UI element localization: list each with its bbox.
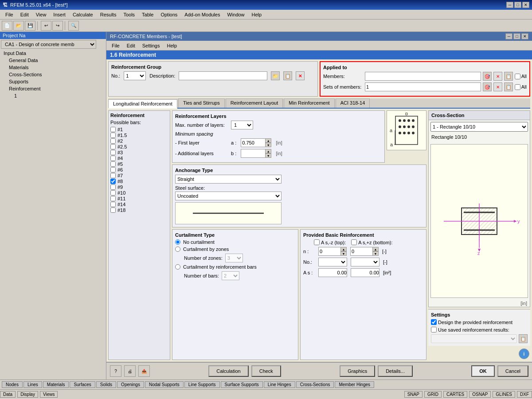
- bottom-display[interactable]: Display: [17, 391, 38, 398]
- menu-edit[interactable]: Edit: [17, 11, 32, 18]
- bar-check-0[interactable]: [110, 127, 116, 132]
- status-tab-line-hinges[interactable]: Line Hinges: [264, 381, 295, 388]
- snap-dxf[interactable]: DXF: [517, 391, 532, 398]
- bar-check-5[interactable]: [110, 156, 116, 161]
- dialog-menu-settings[interactable]: Settings: [139, 42, 164, 49]
- details-button[interactable]: Details...: [378, 365, 413, 377]
- bottom-data[interactable]: Data: [0, 391, 16, 398]
- check-button[interactable]: Check: [251, 365, 281, 377]
- snap-glines[interactable]: GLINES: [493, 391, 515, 398]
- snap-cartes[interactable]: CARTES: [443, 391, 467, 398]
- tree-cross-sections[interactable]: Cross-Sections: [0, 71, 106, 78]
- dialog-close[interactable]: ✕: [521, 33, 528, 39]
- bar-check-10[interactable]: [110, 184, 116, 190]
- redo-button[interactable]: ↪: [52, 21, 63, 31]
- tab-ties[interactable]: Ties and Stirrups: [178, 98, 225, 108]
- delete-btn[interactable]: ✕: [296, 71, 305, 80]
- max-layers-select[interactable]: 1: [231, 121, 253, 129]
- a-input[interactable]: [241, 138, 265, 147]
- sets-table-btn[interactable]: 📋: [504, 82, 513, 91]
- bar-check-7[interactable]: [110, 167, 116, 172]
- print-btn[interactable]: 🖨: [124, 365, 136, 377]
- help-bottom-btn[interactable]: ?: [110, 365, 121, 377]
- snap-grid[interactable]: GRID: [424, 391, 442, 398]
- status-tab-member-hinges[interactable]: Member Hinges: [335, 381, 374, 388]
- design-check[interactable]: [431, 319, 437, 325]
- dialog-menu-file[interactable]: File: [108, 42, 123, 49]
- n-bottom-up[interactable]: ▲: [372, 247, 379, 251]
- tree-general[interactable]: General Data: [0, 57, 106, 64]
- status-tab-cross[interactable]: Cross-Sections: [296, 381, 334, 388]
- n-bottom-down[interactable]: ▼: [372, 251, 379, 256]
- anchorage-select[interactable]: StraightHookLoop: [175, 175, 282, 184]
- export-btn[interactable]: 📤: [138, 365, 150, 377]
- b-input[interactable]: [241, 149, 265, 158]
- n-top-down[interactable]: ▼: [340, 251, 347, 256]
- sets-clear-btn[interactable]: ✕: [493, 82, 502, 91]
- bars-curtailment-radio[interactable]: [175, 264, 180, 270]
- bar-check-9[interactable]: [110, 179, 116, 184]
- sets-all-check[interactable]: [515, 84, 520, 90]
- menu-file[interactable]: File: [2, 11, 17, 18]
- bar-check-11[interactable]: [110, 190, 116, 196]
- snap-snap[interactable]: SNAP: [404, 391, 422, 398]
- status-tab-surface-sup[interactable]: Surface Supports: [221, 381, 263, 388]
- menu-view[interactable]: View: [32, 11, 50, 18]
- tree-rein-1[interactable]: 1: [0, 92, 106, 99]
- num-zones-select[interactable]: 3: [225, 254, 243, 262]
- bottom-views[interactable]: Views: [40, 391, 58, 398]
- open-button[interactable]: 📂: [13, 21, 24, 31]
- sets-input[interactable]: [365, 82, 481, 91]
- zoom-in-button[interactable]: 🔍: [68, 21, 79, 31]
- ok-button[interactable]: OK: [471, 365, 495, 377]
- undo-button[interactable]: ↩: [41, 21, 51, 31]
- tab-aci[interactable]: ACI 318-14: [336, 98, 370, 108]
- status-tab-materials[interactable]: Materials: [43, 381, 69, 388]
- dialog-maximize[interactable]: □: [513, 33, 520, 39]
- n-bottom-input[interactable]: [350, 247, 372, 256]
- tab-layout[interactable]: Reinforcement Layout: [226, 98, 283, 108]
- tree-reinforcement[interactable]: Reinforcement: [0, 85, 106, 92]
- num-bars-select[interactable]: 2: [222, 271, 239, 280]
- menu-tools[interactable]: Tools: [120, 11, 138, 18]
- bar-check-4[interactable]: [110, 150, 116, 155]
- a-up[interactable]: ▲: [265, 138, 271, 143]
- members-all-check[interactable]: [515, 74, 520, 79]
- browse-btn[interactable]: 📁: [271, 71, 280, 80]
- n-top-input[interactable]: [318, 247, 340, 256]
- no-select[interactable]: 1: [124, 71, 146, 80]
- tab-min-rein[interactable]: Min Reinforcement: [284, 98, 334, 108]
- copy-btn[interactable]: 📋: [283, 71, 292, 80]
- tree-input-data[interactable]: Input Data: [0, 50, 106, 57]
- no-top-select[interactable]: [318, 258, 347, 266]
- tree-supports[interactable]: Supports: [0, 78, 106, 85]
- zones-curtailment-radio[interactable]: [175, 246, 180, 252]
- members-clear-btn[interactable]: ✕: [493, 72, 502, 81]
- members-table-btn[interactable]: 📋: [504, 72, 513, 81]
- ca-dropdown[interactable]: CA1 - Design of concrete memb: [1, 40, 96, 49]
- steel-surface-select[interactable]: UncoatedCoated: [175, 192, 282, 200]
- new-button[interactable]: 📄: [2, 21, 12, 31]
- menu-help[interactable]: Help: [248, 11, 266, 18]
- info-btn[interactable]: i: [519, 348, 529, 359]
- status-tab-lines[interactable]: Lines: [23, 381, 42, 388]
- tree-materials[interactable]: Materials: [0, 64, 106, 71]
- bar-check-6[interactable]: [110, 161, 116, 167]
- close-button[interactable]: ✕: [522, 2, 529, 8]
- menu-insert[interactable]: Insert: [50, 11, 69, 18]
- bar-check-8[interactable]: [110, 173, 116, 178]
- snap-osnap[interactable]: OSNAP: [469, 391, 491, 398]
- desc-input[interactable]: [179, 71, 267, 80]
- b-down[interactable]: ▼: [265, 153, 271, 158]
- maximize-button[interactable]: □: [514, 2, 521, 8]
- bar-check-1[interactable]: [110, 133, 116, 138]
- calculation-button[interactable]: Calculation: [208, 365, 248, 377]
- tab-longitudinal[interactable]: Longitudinal Reinforcement: [108, 99, 177, 109]
- menu-options[interactable]: Options: [157, 11, 181, 18]
- top-check[interactable]: [314, 239, 320, 245]
- menu-addon[interactable]: Add-on Modules: [181, 11, 223, 18]
- as-top-input[interactable]: [318, 268, 347, 277]
- bar-check-14[interactable]: [110, 207, 116, 213]
- as-bottom-input[interactable]: [351, 268, 379, 277]
- bar-check-12[interactable]: [110, 196, 116, 201]
